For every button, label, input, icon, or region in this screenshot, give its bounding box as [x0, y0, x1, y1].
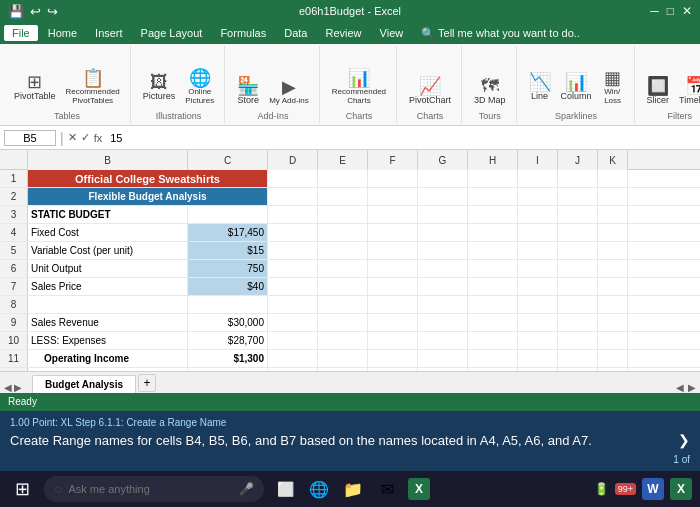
menu-home[interactable]: Home: [40, 25, 85, 41]
mic-icon[interactable]: 🎤: [239, 482, 254, 496]
cell-g11[interactable]: [418, 350, 468, 367]
cell-j10[interactable]: [558, 332, 598, 349]
cell-e8[interactable]: [318, 296, 368, 313]
cell-j4[interactable]: [558, 224, 598, 241]
cell-e5[interactable]: [318, 242, 368, 259]
cell-f1[interactable]: [368, 170, 418, 187]
cell-f2[interactable]: [368, 188, 418, 205]
col-header-e[interactable]: E: [318, 150, 368, 170]
sheet-nav-left[interactable]: ◀: [4, 382, 12, 393]
cell-c3[interactable]: [188, 206, 268, 223]
cell-j11[interactable]: [558, 350, 598, 367]
taskview-icon[interactable]: ⬜: [272, 476, 298, 502]
cell-i11[interactable]: [518, 350, 558, 367]
cell-h7[interactable]: [468, 278, 518, 295]
cell-g8[interactable]: [418, 296, 468, 313]
maximize-btn[interactable]: □: [667, 4, 674, 18]
cell-h11[interactable]: [468, 350, 518, 367]
cell-b4[interactable]: Fixed Cost: [28, 224, 188, 241]
cell-f5[interactable]: [368, 242, 418, 259]
cell-h1[interactable]: [468, 170, 518, 187]
cell-f3[interactable]: [368, 206, 418, 223]
cell-b9[interactable]: Sales Revenue: [28, 314, 188, 331]
cell-e7[interactable]: [318, 278, 368, 295]
cell-f6[interactable]: [368, 260, 418, 277]
col-header-k[interactable]: K: [598, 150, 628, 170]
cell-i10[interactable]: [518, 332, 558, 349]
cell-k5[interactable]: [598, 242, 628, 259]
scroll-right-icon[interactable]: ▶: [688, 382, 696, 393]
col-header-j[interactable]: J: [558, 150, 598, 170]
cell-b5[interactable]: Variable Cost (per unit): [28, 242, 188, 259]
cell-b6[interactable]: Unit Output: [28, 260, 188, 277]
minimize-btn[interactable]: ─: [650, 4, 659, 18]
cell-j1[interactable]: [558, 170, 598, 187]
cell-j8[interactable]: [558, 296, 598, 313]
cell-d4[interactable]: [268, 224, 318, 241]
cell-i2[interactable]: [518, 188, 558, 205]
cell-c11[interactable]: $1,300: [188, 350, 268, 367]
cell-k6[interactable]: [598, 260, 628, 277]
cell-h6[interactable]: [468, 260, 518, 277]
search-input[interactable]: [68, 483, 233, 495]
cell-f8[interactable]: [368, 296, 418, 313]
cell-i3[interactable]: [518, 206, 558, 223]
cell-i4[interactable]: [518, 224, 558, 241]
store-btn[interactable]: 🏪 Store: [233, 75, 263, 107]
cell-c7[interactable]: $40: [188, 278, 268, 295]
cell-b8[interactable]: [28, 296, 188, 313]
scroll-left-icon[interactable]: ◀: [676, 382, 684, 393]
recommended-charts-btn[interactable]: 📊 Recommended Charts: [328, 67, 390, 107]
undo-icon[interactable]: ↩: [30, 4, 41, 19]
cell-d5[interactable]: [268, 242, 318, 259]
cell-i7[interactable]: [518, 278, 558, 295]
cell-k3[interactable]: [598, 206, 628, 223]
menu-page-layout[interactable]: Page Layout: [133, 25, 211, 41]
edge-icon[interactable]: 🌐: [306, 476, 332, 502]
cell-c9[interactable]: $30,000: [188, 314, 268, 331]
cell-c10[interactable]: $28,700: [188, 332, 268, 349]
cell-d3[interactable]: [268, 206, 318, 223]
column-btn[interactable]: 📊 Column: [557, 71, 596, 103]
col-header-h[interactable]: H: [468, 150, 518, 170]
cell-g7[interactable]: [418, 278, 468, 295]
menu-file[interactable]: File: [4, 25, 38, 41]
word-taskbar-icon[interactable]: W: [642, 478, 664, 500]
cell-f11[interactable]: [368, 350, 418, 367]
cell-b10[interactable]: LESS: Expenses: [28, 332, 188, 349]
cell-d1[interactable]: [268, 170, 318, 187]
confirm-formula-icon[interactable]: ✓: [81, 131, 90, 144]
cell-d11[interactable]: [268, 350, 318, 367]
cell-g3[interactable]: [418, 206, 468, 223]
cell-c8[interactable]: [188, 296, 268, 313]
menu-data[interactable]: Data: [276, 25, 315, 41]
excel-taskbar-icon[interactable]: X: [408, 478, 430, 500]
line-btn[interactable]: 📉 Line: [525, 71, 555, 103]
col-header-b[interactable]: B: [28, 150, 188, 170]
cell-h9[interactable]: [468, 314, 518, 331]
cell-j6[interactable]: [558, 260, 598, 277]
cell-j3[interactable]: [558, 206, 598, 223]
cell-g1[interactable]: [418, 170, 468, 187]
tell-me[interactable]: 🔍 Tell me what you want to do..: [421, 27, 580, 40]
sheet-nav-right[interactable]: ▶: [14, 382, 22, 393]
cell-k11[interactable]: [598, 350, 628, 367]
redo-icon[interactable]: ↪: [47, 4, 58, 19]
sheet-add-btn[interactable]: +: [138, 374, 156, 392]
excel-active-icon[interactable]: X: [670, 478, 692, 500]
cell-j9[interactable]: [558, 314, 598, 331]
cancel-formula-icon[interactable]: ✕: [68, 131, 77, 144]
cell-k1[interactable]: [598, 170, 628, 187]
my-addins-btn[interactable]: ▶ My Add-ins: [265, 76, 313, 107]
close-btn[interactable]: ✕: [682, 4, 692, 18]
cell-g9[interactable]: [418, 314, 468, 331]
cell-d8[interactable]: [268, 296, 318, 313]
cell-b1[interactable]: Official College Sweatshirts: [28, 170, 268, 187]
cell-d9[interactable]: [268, 314, 318, 331]
win-loss-btn[interactable]: ▦ Win/Loss: [598, 67, 628, 107]
3d-map-btn[interactable]: 🗺 3D Map: [470, 75, 510, 107]
cell-i9[interactable]: [518, 314, 558, 331]
cell-k10[interactable]: [598, 332, 628, 349]
cell-e3[interactable]: [318, 206, 368, 223]
cell-c5[interactable]: $15: [188, 242, 268, 259]
